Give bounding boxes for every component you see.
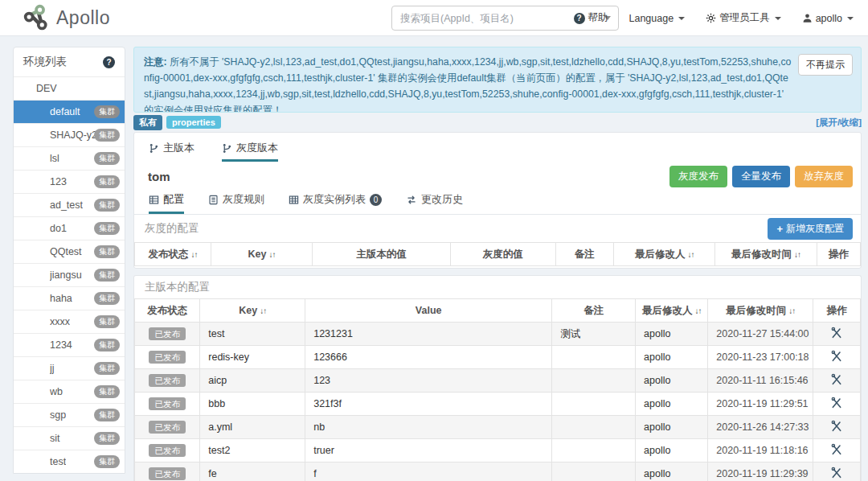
edit-tools-icon[interactable]: [830, 373, 843, 386]
edit-tools-icon[interactable]: [830, 443, 843, 456]
config-modifier: apollo: [636, 369, 708, 393]
sort-icon[interactable]: ↓↑: [788, 306, 795, 315]
sort-icon[interactable]: ↓↑: [268, 250, 275, 259]
sidebar-item-cluster[interactable]: default 集群: [14, 100, 125, 123]
sort-icon[interactable]: ↓↑: [190, 250, 197, 259]
operate-cell[interactable]: [813, 462, 861, 481]
private-badge: 私有: [133, 115, 162, 130]
sidebar-item-cluster[interactable]: ad_test 集群: [14, 193, 125, 216]
release-status-badge: 已发布: [149, 327, 186, 340]
user-icon: [802, 13, 813, 23]
sidebar-item-cluster[interactable]: haha 集群: [14, 286, 125, 310]
cluster-name: wb: [50, 386, 63, 397]
notice-text: 注意: 所有不属于 'SHAJQ-y2,lsl,123,ad_test,do1,…: [144, 54, 792, 105]
column-header[interactable]: 最后修改时间↓↑: [708, 299, 813, 323]
cluster-name: sit: [50, 433, 60, 444]
release-status-badge: 已发布: [149, 397, 186, 410]
sidebar-item-cluster[interactable]: jj 集群: [14, 356, 125, 380]
config-comment: [552, 462, 636, 481]
sidebar-item-cluster[interactable]: sgp 集群: [14, 403, 125, 426]
column-label: 备注: [583, 305, 604, 316]
cluster-badge: 集群: [94, 222, 120, 235]
list-icon: [208, 195, 219, 205]
column-header[interactable]: Key↓↑: [211, 243, 312, 266]
operate-cell[interactable]: [813, 393, 861, 416]
config-table-row: 已发布 aicp 123 apollo 2020-11-11 16:15:46: [135, 369, 861, 393]
column-header[interactable]: 最后修改时间↓↑: [715, 243, 817, 266]
sort-icon[interactable]: ↓↑: [260, 306, 266, 315]
sidebar-item-cluster[interactable]: 1234 集群: [14, 333, 125, 356]
tab-label: 灰度版本: [236, 141, 278, 155]
chevron-down-icon: [775, 17, 781, 20]
sidebar-item-cluster[interactable]: jiangsu 集群: [14, 263, 125, 286]
apollo-logo[interactable]: Apollo: [23, 4, 110, 31]
sort-icon[interactable]: ↓↑: [694, 306, 701, 315]
operate-cell[interactable]: [813, 346, 861, 369]
release-status-badge: 已发布: [149, 467, 186, 480]
expand-collapse-link[interactable]: [展开/收缩]: [816, 117, 862, 129]
edit-tools-icon[interactable]: [830, 467, 843, 479]
tab-gray-version[interactable]: 灰度版本: [222, 141, 278, 162]
column-header[interactable]: 最后修改人↓↑: [613, 243, 714, 266]
abandon-gray-button[interactable]: 放弃灰度: [795, 166, 853, 187]
version-tabs: 主版本 灰度版本: [134, 133, 861, 162]
sidebar-item-cluster[interactable]: xxxx 集群: [14, 310, 125, 333]
column-header: 操作: [817, 243, 860, 266]
sort-icon[interactable]: ↓↑: [687, 250, 694, 259]
tab-config[interactable]: 配置: [149, 192, 184, 214]
environment-sidebar: 环境列表 ? DEV default 集群 SHAJQ-y2 集群 lsl 集群…: [13, 47, 125, 474]
brand-name: Apollo: [56, 7, 110, 29]
gray-release-button[interactable]: 灰度发布: [669, 166, 727, 187]
sidebar-item-cluster[interactable]: lsl 集群: [14, 146, 125, 170]
cluster-name: ad_test: [50, 199, 83, 211]
sidebar-item-cluster[interactable]: do1 集群: [14, 216, 125, 240]
sidebar-item-cluster[interactable]: 123 集群: [14, 170, 125, 193]
sidebar-item-cluster[interactable]: SHAJQ-y2 集群: [14, 123, 125, 146]
user-menu-item[interactable]: apollo: [802, 13, 854, 24]
gray-config-title: 灰度的配置: [145, 221, 199, 236]
sort-icon[interactable]: ↓↑: [794, 250, 800, 259]
edit-tools-icon[interactable]: [830, 397, 843, 409]
sidebar-item-cluster[interactable]: wb 集群: [14, 380, 125, 403]
edit-tools-icon[interactable]: [830, 350, 843, 363]
column-header[interactable]: 最后修改人↓↑: [636, 299, 708, 323]
cluster-name: 123: [50, 176, 67, 187]
tab-gray-rules[interactable]: 灰度规则: [208, 192, 264, 214]
sidebar-header: 环境列表 ?: [14, 47, 125, 76]
help-menu-item[interactable]: ? 帮助: [574, 11, 608, 25]
operate-cell[interactable]: [813, 416, 861, 439]
tab-gray-instances[interactable]: 灰度实例列表 0: [289, 192, 382, 214]
env-item-dev[interactable]: DEV: [14, 76, 125, 100]
branch-actions: 灰度发布 全量发布 放弃灰度: [669, 166, 853, 187]
sidebar-item-cluster[interactable]: sit 集群: [14, 426, 125, 450]
operate-cell[interactable]: [813, 369, 861, 393]
operate-cell[interactable]: [813, 439, 861, 462]
cluster-badge: 集群: [94, 315, 120, 328]
tab-master-version[interactable]: 主版本: [149, 141, 194, 162]
config-modifier: apollo: [636, 439, 708, 462]
column-header: Value: [305, 299, 552, 323]
config-value: 321f3f: [305, 393, 552, 416]
help-question-icon[interactable]: ?: [103, 56, 115, 68]
edit-tools-icon[interactable]: [830, 327, 843, 339]
sidebar-item-cluster[interactable]: QQtest 集群: [14, 240, 125, 263]
help-label: 帮助: [588, 11, 608, 25]
sidebar-item-cluster[interactable]: test 集群: [14, 450, 125, 473]
column-label: 最后修改时间: [731, 249, 792, 260]
cluster-badge: 集群: [94, 105, 120, 118]
dismiss-notice-button[interactable]: 不再提示: [798, 54, 853, 76]
full-release-button[interactable]: 全量发布: [732, 166, 790, 187]
edit-tools-icon[interactable]: [830, 420, 843, 433]
operate-cell[interactable]: [813, 323, 861, 346]
column-header[interactable]: Key↓↑: [200, 299, 305, 323]
cluster-name: SHAJQ-y2: [50, 130, 97, 141]
add-gray-config-button[interactable]: + 新增灰度配置: [768, 218, 853, 240]
master-table-body: 已发布 test 1231231 测试 apollo 2020-11-27 15…: [135, 323, 861, 481]
admin-tools-menu-item[interactable]: 管理员工具: [706, 11, 781, 25]
config-key: bbb: [200, 393, 305, 416]
branch-title-row: tom 灰度发布 全量发布 放弃灰度: [134, 162, 861, 191]
tab-change-history[interactable]: 更改历史: [406, 192, 463, 214]
language-menu-item[interactable]: Language: [629, 13, 686, 24]
cluster-badge: 集群: [94, 455, 120, 468]
column-header[interactable]: 发布状态↓↑: [135, 243, 211, 266]
